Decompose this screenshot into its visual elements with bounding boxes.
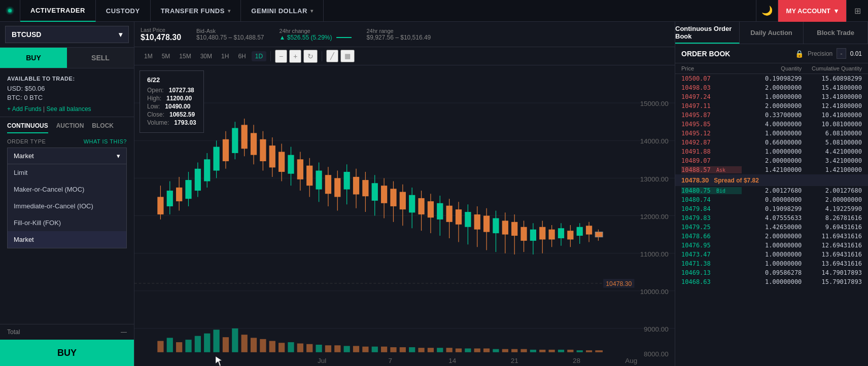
bid-qty-cell: 1.00000000 <box>742 278 802 285</box>
bid-row[interactable]: 10479.84 0.19098299 4.19225990 <box>675 204 868 213</box>
bid-qty-cell: 1.00000000 <box>742 242 802 249</box>
bid-cumqty-cell: 2.00000000 <box>802 196 862 203</box>
ask-row[interactable]: 10497.11 2.00000000 12.41800000 <box>675 101 868 111</box>
continuous-order-book-tab[interactable]: Continuous Order Book <box>675 22 740 44</box>
svg-rect-62 <box>390 189 396 206</box>
sell-tab[interactable]: SELL <box>67 48 134 68</box>
bid-qty-cell: 0.00000000 <box>742 196 802 203</box>
ask-row[interactable]: 10495.12 1.00000000 6.08100000 <box>675 129 868 138</box>
tooltip-volume-row: Volume: 1793.03 <box>147 119 196 126</box>
my-account-button[interactable]: MY ACCOUNT ▾ <box>778 0 846 22</box>
bid-cumqty-cell: 8.26781616 <box>802 214 862 222</box>
see-all-balances-link[interactable]: See all balances <box>47 105 91 113</box>
chart-line-tool[interactable]: ╱ <box>326 50 338 62</box>
timeframe-1m[interactable]: 1M <box>141 51 156 61</box>
theme-toggle-icon[interactable]: 🌙 <box>756 0 778 22</box>
ask-row[interactable]: 10495.87 0.33700000 10.41800000 <box>675 111 868 120</box>
ask-row[interactable]: 10498.03 2.00000000 15.41800000 <box>675 83 868 92</box>
change-group: 24hr change ▲ $526.55 (5.29%) <box>280 28 352 41</box>
svg-text:10478.30: 10478.30 <box>606 280 632 287</box>
bid-price-cell: 10469.13 <box>681 269 742 276</box>
block-trade-tab[interactable]: Block Trade <box>804 22 868 44</box>
chart-zoom-plus[interactable]: + <box>289 50 301 63</box>
ask-row[interactable]: 10495.85 4.00000000 10.08100000 <box>675 120 868 129</box>
timeframe-5m[interactable]: 5M <box>158 51 174 61</box>
ask-qty-cell: 1.42100000 <box>742 166 802 173</box>
timeframe-15m[interactable]: 15M <box>176 51 194 61</box>
ask-row[interactable]: 10489.07 2.00000000 3.42100000 <box>675 156 868 165</box>
order-option-ioc[interactable]: Immediate-or-Cancel (IOC) <box>8 198 126 214</box>
buy-button[interactable]: BUY <box>0 340 134 366</box>
order-option-market[interactable]: Market <box>8 231 126 248</box>
nav-activetrader[interactable]: ACTIVETRADER <box>20 0 96 22</box>
svg-rect-34 <box>260 139 266 161</box>
svg-rect-22 <box>204 159 210 181</box>
nav-custody[interactable]: CUSTODY <box>96 0 151 22</box>
bid-row[interactable]: 10473.47 1.00000000 13.69431616 <box>675 250 868 259</box>
svg-text:14000.00: 14000.00 <box>640 137 669 145</box>
svg-rect-119 <box>269 341 275 352</box>
order-option-fok[interactable]: Fill-or-Kill (FOK) <box>8 214 126 231</box>
svg-rect-113 <box>213 330 219 352</box>
bid-cumqty-cell: 4.19225990 <box>802 205 862 212</box>
gemini-dollar-arrow-icon: ▾ <box>310 8 314 14</box>
chart-header: Last Price $10,478.30 Bid-Ask $10,480.75… <box>134 22 675 47</box>
block-tab[interactable]: BLOCK <box>92 122 114 133</box>
svg-text:Jul: Jul <box>318 357 326 364</box>
candlestick-chart[interactable]: Jul 7 14 21 28 Aug 15000.00 14000.00 130… <box>134 65 675 366</box>
svg-text:Aug: Aug <box>625 357 637 364</box>
chart-zoom-minus[interactable]: − <box>275 50 287 63</box>
auction-tab[interactable]: AUCTION <box>56 122 84 133</box>
ask-row[interactable]: 10497.24 1.00000000 13.41800000 <box>675 92 868 101</box>
ask-row[interactable]: 10488.57 Ask 1.42100000 1.42100000 <box>675 165 868 174</box>
timeframe-6h[interactable]: 6H <box>234 51 249 61</box>
nav-transfer-funds[interactable]: TRANSFER FUNDS ▾ <box>151 0 241 22</box>
bid-price-cell: 10473.47 <box>681 251 742 258</box>
ask-row[interactable]: 10492.87 0.66000000 5.08100000 <box>675 138 868 147</box>
bid-qty-cell: 1.42650000 <box>742 224 802 231</box>
ask-row[interactable]: 10500.07 0.19098299 15.60898299 <box>675 74 868 83</box>
ask-qty-cell: 0.19098299 <box>742 75 802 82</box>
bid-row[interactable]: 10480.74 0.00000000 2.00000000 <box>675 195 868 204</box>
last-price-label: Last Price <box>141 27 181 33</box>
chart-candle-tool[interactable]: ▦ <box>340 50 355 62</box>
order-type-dropdown[interactable]: Market ▾ <box>7 148 127 164</box>
total-row: Total — <box>0 324 134 340</box>
nav-gemini-dollar[interactable]: GEMINI DOLLAR ▾ <box>241 0 324 22</box>
order-option-moc[interactable]: Maker-or-Cancel (MOC) <box>8 181 126 198</box>
buy-tab[interactable]: BUY <box>0 48 67 68</box>
order-type-section: ORDER TYPE What is this? Market ▾ Limit … <box>0 133 134 253</box>
daily-auction-tab[interactable]: Daily Auction <box>740 22 804 44</box>
logo[interactable] <box>0 0 20 22</box>
timeframe-1h[interactable]: 1H <box>218 51 232 61</box>
change-value: ▲ $526.55 (5.29%) <box>280 34 352 41</box>
bid-row[interactable]: 10468.63 1.00000000 15.79017893 <box>675 277 868 286</box>
ask-row[interactable]: 10491.88 1.00000000 4.42100000 <box>675 147 868 156</box>
timeframe-1d[interactable]: 1D <box>252 51 266 61</box>
order-option-limit[interactable]: Limit <box>8 164 126 181</box>
bid-row[interactable]: 10479.83 4.07555633 8.26781616 <box>675 213 868 223</box>
bid-row[interactable]: 10471.38 1.00000000 13.69431616 <box>675 259 868 268</box>
continuous-tab[interactable]: CONTINUOUS <box>7 122 48 133</box>
ob-lock-icon[interactable]: 🔒 <box>795 50 804 58</box>
bid-ask-value: $10,480.75 – $10,488.57 <box>196 34 264 41</box>
bid-row[interactable]: 10478.66 2.00000000 11.69431616 <box>675 232 868 241</box>
expand-icon[interactable]: ⊞ <box>846 0 868 22</box>
svg-rect-146 <box>520 349 527 352</box>
bid-row[interactable]: 10480.75 Bid 2.00127680 2.00127680 <box>675 186 868 195</box>
precision-minus-button[interactable]: - <box>837 48 846 59</box>
tooltip-low-label: Low: <box>147 103 160 110</box>
ask-qty-cell: 1.00000000 <box>742 93 802 100</box>
add-funds-link[interactable]: + Add Funds <box>7 105 42 113</box>
svg-rect-112 <box>204 334 210 352</box>
symbol-dropdown[interactable]: BTCUSD ▾ <box>5 26 129 43</box>
bid-row[interactable]: 10469.13 0.09586278 14.79017893 <box>675 268 868 277</box>
bid-row[interactable]: 10476.95 1.00000000 12.69431616 <box>675 241 868 250</box>
ask-price-cell: 10497.11 <box>681 102 742 109</box>
cumqty-col-header: Cumulative Quantity <box>802 65 862 71</box>
timeframe-30m[interactable]: 30M <box>197 51 216 61</box>
chart-refresh[interactable]: ↻ <box>303 50 318 63</box>
what-is-this-link[interactable]: What is this? <box>84 138 127 144</box>
tooltip-close-label: Close: <box>147 111 164 118</box>
bid-row[interactable]: 10479.25 1.42650000 9.69431616 <box>675 223 868 232</box>
